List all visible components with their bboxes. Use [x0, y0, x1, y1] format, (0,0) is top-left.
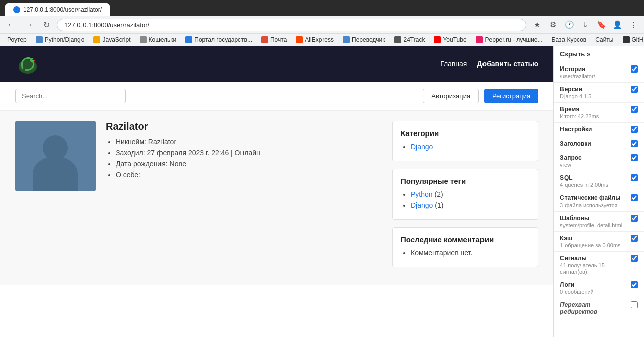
nav-add-article-link[interactable]: Добавить статью	[477, 60, 538, 68]
history-icon[interactable]: 🕐	[562, 18, 576, 31]
djdt-time-checkbox[interactable]	[631, 106, 638, 113]
djdt-history-checkbox[interactable]	[631, 65, 638, 73]
djdt-sql[interactable]: SQL 4 queries in 2.00ms	[554, 171, 644, 191]
bookmark-sites[interactable]: Сайты	[593, 35, 615, 44]
extensions-icon[interactable]: ⚙	[546, 18, 559, 31]
djdt-history[interactable]: История /user/razilator/	[554, 62, 644, 83]
tags-widget: Популярные теги Python (2) Django (1)	[392, 169, 538, 220]
comments-title: Последние комментарии	[400, 235, 530, 244]
debug-toolbar: Скрыть » История /user/razilator/ Версии…	[553, 46, 644, 337]
bookmark-favicon	[434, 36, 441, 43]
djdt-static-files[interactable]: Статические файлы 3 файла используется	[554, 191, 644, 212]
auth-buttons: Авторизация Регистрация	[423, 89, 538, 103]
bookmark-pepper[interactable]: Pepper.ru - лучшие...	[474, 35, 545, 44]
bookmark-router[interactable]: Роутер	[5, 35, 29, 44]
nav-main-link[interactable]: Главная	[440, 60, 467, 68]
bookmark-favicon	[343, 36, 350, 43]
djdt-cache[interactable]: Кэш 1 обращение за 0.00ms	[554, 232, 644, 252]
address-bar[interactable]	[57, 19, 526, 31]
bookmark-mail[interactable]: Почта	[259, 35, 289, 44]
bookmark-label: Почта	[270, 36, 287, 43]
register-button[interactable]: Регистрация	[484, 89, 538, 103]
djdt-templates[interactable]: Шаблоны system/profile_detail.html	[554, 212, 644, 232]
back-button[interactable]: ←	[4, 19, 18, 30]
djdt-headers[interactable]: Заголовки	[554, 137, 644, 151]
bookmark-python-django[interactable]: Python/Django	[34, 35, 87, 44]
djdt-request-checkbox[interactable]	[631, 154, 638, 161]
bookmark-24track[interactable]: 24Track	[392, 35, 427, 44]
tab-title: 127.0.0.1:8000/user/razilator/	[23, 6, 102, 13]
category-item: Django	[411, 143, 530, 151]
bookmark-favicon	[36, 36, 43, 43]
tag-python-link[interactable]: Python	[411, 190, 433, 198]
bookmark-aliexpress[interactable]: AliExpress	[294, 35, 336, 44]
bookmark-favicon	[296, 36, 303, 43]
bookmark-github[interactable]: GitHub	[621, 35, 645, 44]
djdt-redirects[interactable]: Перехват редиректов	[554, 298, 644, 319]
bookmark-favicon	[476, 36, 483, 43]
djdt-cache-checkbox[interactable]	[631, 235, 638, 242]
djdt-hide-button[interactable]: Скрыть »	[554, 46, 644, 62]
site-wrapper: Главная Добавить статью Авторизация Реги…	[0, 46, 553, 337]
djdt-redirects-checkbox[interactable]	[631, 301, 638, 308]
search-input[interactable]	[15, 89, 126, 103]
bookmark-label: 24Track	[404, 36, 425, 43]
djdt-time[interactable]: Время Итого: 42.22ms	[554, 103, 644, 123]
bookmark-label: База Курсов	[552, 36, 587, 43]
djdt-settings-checkbox[interactable]	[631, 126, 638, 133]
profile-section: Razilator Никнейм: Razilator Заходил: 27…	[15, 121, 392, 275]
bookmark-wallets[interactable]: Кошельки	[138, 35, 179, 44]
bookmark-js[interactable]: JavaScript	[91, 35, 132, 44]
bookmark-label: Кошельки	[149, 36, 177, 43]
site-logo	[15, 51, 40, 77]
tags-title: Популярные теги	[400, 177, 530, 185]
djdt-templates-checkbox[interactable]	[631, 215, 638, 222]
djdt-sql-checkbox[interactable]	[631, 174, 638, 181]
bookmark-label: GitHub	[632, 36, 645, 43]
bookmark-favicon	[140, 36, 147, 43]
djdt-static-checkbox[interactable]	[631, 194, 638, 201]
profile-nickname: Никнейм: Razilator	[116, 138, 260, 146]
bookmark-favicon	[394, 36, 401, 43]
avatar-body	[33, 156, 78, 191]
djdt-logging[interactable]: Логи 0 сообщений	[554, 278, 644, 298]
downloads-icon[interactable]: ⇓	[579, 18, 592, 31]
djdt-signals-checkbox[interactable]	[631, 255, 638, 262]
tag-item: Python (2)	[411, 190, 530, 198]
avatar	[15, 121, 96, 191]
menu-icon[interactable]: ⋮	[627, 18, 640, 31]
browser-toolbar: ← → ↻ ★ ⚙ 🕐 ⇓ 🔖 👤 ⋮	[0, 16, 644, 34]
bookmark-favicon	[93, 36, 100, 43]
profile-birthday: Дата рождения: None	[116, 160, 260, 168]
djdt-signals[interactable]: Сигналы 41 получатель 15 сигнал(ов)	[554, 252, 644, 278]
djdt-versions[interactable]: Версии Django 4.1.5	[554, 83, 644, 103]
active-tab[interactable]: 127.0.0.1:8000/user/razilator/	[5, 3, 110, 16]
bookmark-portal[interactable]: Портал государств...	[183, 35, 254, 44]
forward-button[interactable]: →	[22, 19, 36, 30]
login-button[interactable]: Авторизация	[423, 89, 479, 103]
tag-django-link[interactable]: Django	[411, 201, 433, 209]
profile-username: Razilator	[106, 121, 260, 132]
search-section: Авторизация Регистрация	[0, 82, 553, 111]
bookmark-label: Python/Django	[45, 36, 85, 43]
bookmark-translator[interactable]: Переводчик	[341, 35, 387, 44]
bookmark-label: YouTube	[443, 36, 466, 43]
djdt-logging-checkbox[interactable]	[631, 281, 638, 288]
bookmarks-icon[interactable]: 🔖	[595, 18, 608, 31]
profile-info: Razilator Никнейм: Razilator Заходил: 27…	[106, 121, 260, 182]
bookmark-label: Переводчик	[352, 36, 385, 43]
tag-item: Django (1)	[411, 201, 530, 209]
logo-snake-icon	[15, 51, 40, 77]
tab-favicon	[13, 6, 20, 13]
reload-button[interactable]: ↻	[40, 19, 53, 31]
djdt-headers-checkbox[interactable]	[631, 140, 638, 147]
category-django-link[interactable]: Django	[411, 143, 433, 151]
djdt-settings[interactable]: Настройки	[554, 123, 644, 137]
profile-icon[interactable]: 👤	[611, 18, 624, 31]
bookmark-courses[interactable]: База Курсов	[550, 35, 589, 44]
bookmark-youtube[interactable]: YouTube	[432, 35, 468, 44]
djdt-request[interactable]: Запрос view	[554, 151, 644, 171]
bookmark-star-icon[interactable]: ★	[530, 18, 543, 31]
djdt-versions-checkbox[interactable]	[631, 86, 638, 93]
bookmark-label: Сайты	[595, 36, 613, 43]
